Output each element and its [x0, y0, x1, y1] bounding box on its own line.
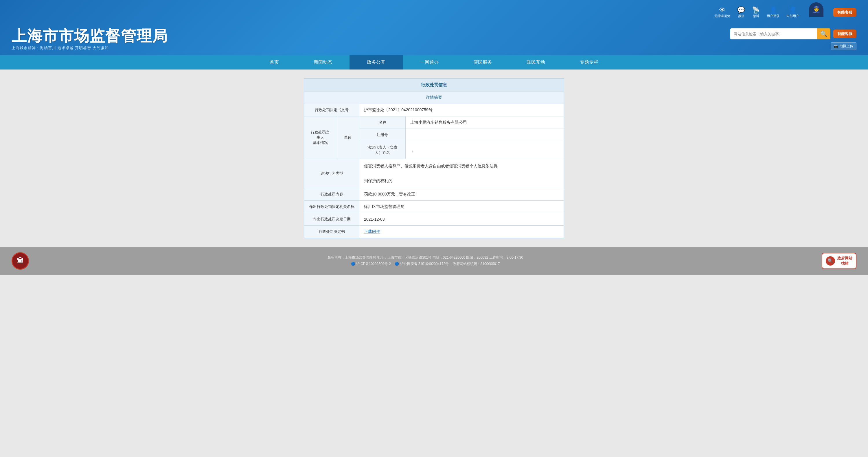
table-row-authority: 作出行政处罚决定机关名称 徐汇区市场监督管理局 [304, 200, 564, 213]
smart-service-btn2[interactable]: 智能客服 [833, 30, 857, 38]
nav-citizen[interactable]: 政民互动 [509, 55, 562, 69]
entity-name-value: 上海小鹏汽车销售服务有限公司 [406, 116, 564, 129]
legal-rep-label: 法定代表人（负责人）姓名 [359, 141, 406, 159]
penalty-table: 行政处罚信息 详情摘要 行政处罚决定书文号 沪市监徐处〔2021〕0420210… [304, 79, 564, 238]
entity-inner-label: 单位 [336, 116, 359, 159]
document-label: 行政处罚决定书 [304, 225, 359, 238]
find-error-icon: 🔍 [826, 256, 835, 265]
footer: 🏛 版权所有：上海市场监督管理局 地址：上海市徐汇区肇嘉浜路301号 电话：02… [0, 247, 868, 275]
security-icon: 🔵 [395, 262, 399, 266]
document-value: 下载附件 [359, 225, 564, 238]
header-top-bar: 👁 无障碍浏览 💬 微信 📡 微博 👤 用户登录 👤 内部用户 👮 智能客服 [11, 0, 857, 25]
main-content: 行政处罚信息 详情摘要 行政处罚决定书文号 沪市监徐处〔2021〕0420210… [0, 69, 868, 247]
smart-service-button[interactable]: 智能客服 [833, 8, 857, 17]
camera-icon: 📷 [834, 44, 838, 48]
accessibility-icon-btn[interactable]: 👁 无障碍浏览 [714, 7, 730, 18]
header-right: 🔍 智能客服 📷 拍摄上传 [730, 28, 857, 50]
reg-number-value [406, 129, 564, 141]
table-row-document: 行政处罚决定书 下载附件 [304, 225, 564, 238]
reg-number-label: 注册号 [359, 129, 406, 141]
table-row-penalty-content: 行政处罚内容 罚款10.0000万元，责令改正 [304, 188, 564, 200]
footer-center: 版权所有：上海市场监督管理局 地址：上海市徐汇区肇嘉浜路301号 电话：021-… [29, 255, 822, 267]
entity-outer-label: 行政处罚当事人基本情况 [304, 116, 336, 159]
header-logo-area: 上海市市场监督管理局 上海城市精神：海纳百川 追求卓越 开明睿智 大气谦和 [11, 28, 168, 51]
find-error-label: 政府网站 找错 [837, 256, 852, 266]
user-icon: 👤 [769, 7, 777, 13]
site-title: 上海市市场监督管理局 [11, 28, 168, 44]
internal-user-btn[interactable]: 👤 内部用户 [786, 7, 799, 18]
download-link[interactable]: 下载附件 [364, 229, 380, 234]
footer-copyright: 版权所有：上海市场监督管理局 地址：上海市徐汇区肇嘉浜路301号 电话：021-… [29, 255, 822, 261]
login-label: 用户登录 [767, 14, 779, 18]
upload-label: 拍摄上传 [839, 44, 853, 49]
content-card: 行政处罚信息 详情摘要 行政处罚决定书文号 沪市监徐处〔2021〕0420210… [304, 78, 564, 238]
header: 👁 无障碍浏览 💬 微信 📡 微博 👤 用户登录 👤 内部用户 👮 智能客服 上… [0, 0, 868, 55]
nav-bar: 首页 新闻动态 政务公开 一网通办 便民服务 政民互动 专题专栏 [0, 55, 868, 69]
table-subtitle: 详情摘要 [304, 91, 564, 104]
weibo-icon: 📡 [752, 7, 760, 13]
wechat-icon: 💬 [737, 7, 745, 13]
header-bottom-row: 📷 拍摄上传 [831, 42, 857, 50]
internal-icon: 👤 [789, 7, 797, 13]
mascot-character: 👮 [806, 2, 826, 23]
nav-online[interactable]: 一网通办 [403, 55, 456, 69]
login-icon-btn[interactable]: 👤 用户登录 [767, 7, 779, 18]
legal-rep-value: ， [406, 141, 564, 159]
entity-name-label: 名称 [359, 116, 406, 129]
table-row-doc-number: 行政处罚决定书文号 沪市监徐处〔2021〕042021000759号 [304, 104, 564, 116]
search-input[interactable] [730, 28, 817, 39]
eye-icon: 👁 [719, 7, 726, 13]
search-button[interactable]: 🔍 [817, 28, 830, 39]
date-label: 作出行政处罚决定日期 [304, 213, 359, 225]
authority-value: 徐汇区市场监督管理局 [359, 200, 564, 213]
site-code-text: 政府网站标识码：3100000017 [453, 262, 500, 266]
date-value: 2021-12-03 [359, 213, 564, 225]
footer-legal: 🔵 沪ICP备10202509号-2 🔵 沪公网安备 3101040200417… [29, 261, 822, 267]
violation-type-label: 违法行为类型 [304, 159, 359, 188]
site-subtitle: 上海城市精神：海纳百川 追求卓越 开明睿智 大气谦和 [11, 46, 168, 51]
nav-home[interactable]: 首页 [252, 55, 296, 69]
table-row-subtitle: 详情摘要 [304, 91, 564, 104]
violation-type-value: 侵害消费者人格尊严、侵犯消费者人身自由或者侵害消费者个人信息依法得到保护的权利的 [359, 159, 564, 188]
upload-button[interactable]: 📷 拍摄上传 [831, 42, 857, 50]
nav-special[interactable]: 专题专栏 [562, 55, 616, 69]
wechat-icon-btn[interactable]: 💬 微信 [737, 7, 745, 18]
internal-label: 内部用户 [786, 14, 799, 18]
penalty-content-value: 罚款10.0000万元，责令改正 [359, 188, 564, 200]
doc-number-value: 沪市监徐处〔2021〕042021000759号 [359, 104, 564, 116]
nav-government[interactable]: 政务公开 [349, 55, 403, 69]
nav-news[interactable]: 新闻动态 [296, 55, 349, 69]
weibo-icon-btn[interactable]: 📡 微博 [752, 7, 760, 18]
find-error-badge[interactable]: 🔍 政府网站 找错 [822, 253, 857, 269]
footer-logo: 🏛 [11, 252, 29, 269]
header-main: 上海市市场监督管理局 上海城市精神：海纳百川 追求卓越 开明睿智 大气谦和 🔍 … [11, 25, 857, 55]
doc-number-label: 行政处罚决定书文号 [304, 104, 359, 116]
table-main-title: 行政处罚信息 [304, 79, 564, 91]
nav-service[interactable]: 便民服务 [456, 55, 509, 69]
authority-label: 作出行政处罚决定机关名称 [304, 200, 359, 213]
accessibility-label: 无障碍浏览 [714, 14, 730, 18]
table-row-title: 行政处罚信息 [304, 79, 564, 91]
wechat-label: 微信 [738, 14, 744, 18]
icp-icon: 🔵 [351, 262, 355, 266]
penalty-content-label: 行政处罚内容 [304, 188, 359, 200]
icp-text: 沪ICP备10202509号-2 [356, 262, 391, 266]
table-row-date: 作出行政处罚决定日期 2021-12-03 [304, 213, 564, 225]
table-row-entity-name: 行政处罚当事人基本情况 单位 名称 上海小鹏汽车销售服务有限公司 [304, 116, 564, 129]
table-row-violation-type: 违法行为类型 侵害消费者人格尊严、侵犯消费者人身自由或者侵害消费者个人信息依法得… [304, 159, 564, 188]
weibo-label: 微博 [753, 14, 759, 18]
security-text: 沪公网安备 31010402004172号 [400, 262, 449, 266]
search-bar: 🔍 智能客服 [730, 28, 857, 39]
